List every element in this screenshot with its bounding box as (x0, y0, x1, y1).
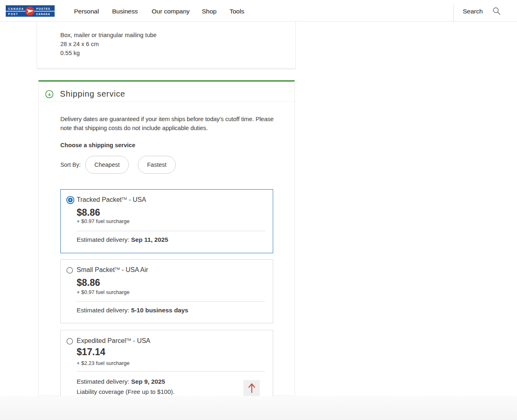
svg-text:4: 4 (48, 92, 51, 97)
